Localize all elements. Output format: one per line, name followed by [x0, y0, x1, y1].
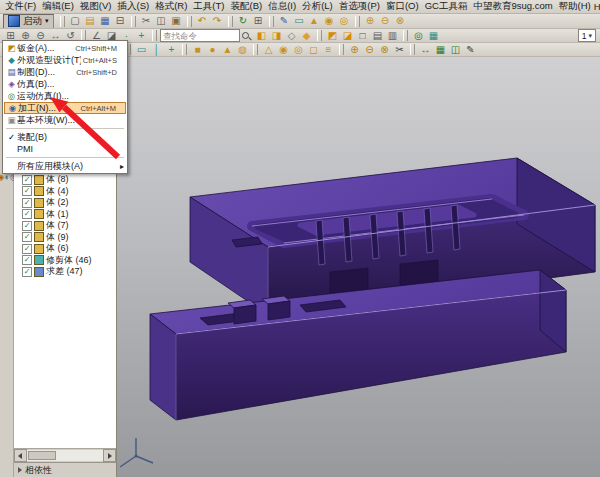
studio-render-icon[interactable]: ◆: [299, 30, 314, 42]
toolbar-icon[interactable]: [317, 30, 322, 41]
search-icon[interactable]: [240, 30, 252, 42]
new-file-icon[interactable]: ▢: [68, 15, 83, 27]
menubar-item[interactable]: 视图(V): [77, 0, 115, 11]
dependencies-bar[interactable]: 相依性: [14, 462, 116, 477]
toolbar-icon[interactable]: [339, 44, 344, 55]
extrude-body-icon[interactable]: △: [261, 44, 276, 56]
menu-all-applications[interactable]: 所有应用模块(A) ▸: [4, 160, 126, 172]
menu-manufacturing[interactable]: ◉ 加工(N)... Ctrl+Alt+M: [4, 102, 126, 114]
menubar-item[interactable]: 格式(R): [152, 0, 190, 11]
wireframe-icon[interactable]: ◇: [284, 30, 299, 42]
top-view-icon[interactable]: ▤: [370, 30, 385, 42]
toolbar-icon[interactable]: [355, 16, 360, 27]
move-object-icon[interactable]: ↔: [418, 44, 433, 56]
toolbar-icon[interactable]: [187, 16, 192, 27]
menu-drafting[interactable]: ▤ 制图(D)... Ctrl+Shift+D: [4, 66, 126, 78]
scroll-track[interactable]: [27, 450, 103, 461]
block-icon[interactable]: ■: [190, 44, 205, 56]
menubar-item[interactable]: 插入(S): [114, 0, 152, 11]
unite-icon[interactable]: ⊕: [363, 15, 378, 27]
boolean-unite-icon[interactable]: ⊕: [347, 44, 362, 56]
checkbox-checked-icon[interactable]: [22, 244, 32, 254]
menubar-item[interactable]: 装配(B): [228, 0, 266, 11]
menu-motion-simulation[interactable]: ◎ 运动仿真(I)...: [4, 90, 126, 102]
start-menu-item[interactable]: [6, 157, 124, 158]
menu-shape-studio[interactable]: ◆ 外观造型设计(T)... Ctrl+Alt+S: [4, 54, 126, 66]
shell-icon[interactable]: ◻: [306, 44, 321, 56]
print-icon[interactable]: ⊟: [113, 15, 128, 27]
sphere-icon[interactable]: ◍: [235, 44, 250, 56]
toolbar-icon[interactable]: [131, 16, 136, 27]
boolean-subtract-icon[interactable]: ⊖: [362, 44, 377, 56]
toolbar-icon[interactable]: [228, 16, 233, 27]
checkbox-checked-icon[interactable]: [22, 267, 32, 277]
scroll-right-button[interactable]: [103, 449, 116, 462]
datum-plane-icon[interactable]: ▭: [134, 44, 149, 56]
sketch-icon[interactable]: ✎: [277, 15, 292, 27]
menubar-item[interactable]: 信息(I): [265, 0, 299, 11]
rib-icon[interactable]: ≡: [321, 44, 336, 56]
menubar-item[interactable]: 首选项(P): [336, 0, 383, 11]
checkbox-checked-icon[interactable]: [22, 255, 32, 265]
menu-simulation[interactable]: ◈ 仿真(B)...: [4, 78, 126, 90]
wcs-icon[interactable]: +: [134, 30, 149, 42]
menubar-item[interactable]: 分析(L): [299, 0, 336, 11]
menubar-item[interactable]: 编辑(E): [39, 0, 77, 11]
menubar-item[interactable]: GC工具箱: [422, 0, 471, 11]
layer-select[interactable]: 1: [578, 29, 596, 42]
shaded-with-edges-icon[interactable]: ◧: [254, 30, 269, 42]
copy-icon[interactable]: ◫: [154, 15, 169, 27]
redo-icon[interactable]: ↷: [210, 15, 225, 27]
menu-sheet-metal[interactable]: ◩ 钣金(A)... Ctrl+Shift+M: [4, 42, 126, 54]
revolve-body-icon[interactable]: ◉: [276, 44, 291, 56]
mirror-feature-icon[interactable]: ◫: [448, 44, 463, 56]
checkbox-checked-icon[interactable]: [22, 232, 32, 242]
menu-pmi[interactable]: PMI: [4, 143, 126, 155]
menubar-item[interactable]: 文件(F): [2, 0, 39, 11]
menubar-item[interactable]: 工具(T): [190, 0, 227, 11]
pattern-feature-icon[interactable]: ▦: [433, 44, 448, 56]
checkbox-checked-icon[interactable]: [22, 198, 32, 208]
work-layer-icon[interactable]: ▦: [426, 30, 441, 42]
datum-icon[interactable]: ▭: [292, 15, 307, 27]
hole-feature-icon[interactable]: ◎: [291, 44, 306, 56]
subtract-icon[interactable]: ⊖: [378, 15, 393, 27]
menu-assemblies[interactable]: ✓ 装配(B): [4, 131, 126, 143]
start-menu-button[interactable]: 启动: [3, 14, 54, 29]
toolbar-icon[interactable]: [410, 44, 415, 55]
save-icon[interactable]: ▦: [98, 15, 113, 27]
checkbox-checked-icon[interactable]: [22, 175, 32, 185]
menubar-item[interactable]: 帮助(H): [556, 0, 594, 11]
cut-icon[interactable]: ✂: [139, 15, 154, 27]
intersect-icon[interactable]: ⊗: [393, 15, 408, 27]
right-view-icon[interactable]: ▥: [385, 30, 400, 42]
isometric-view-icon[interactable]: ◩: [325, 30, 340, 42]
front-view-icon[interactable]: □: [355, 30, 370, 42]
viewport-3d[interactable]: [117, 57, 600, 477]
cylinder-icon[interactable]: ●: [205, 44, 220, 56]
datum-axis-icon[interactable]: │: [149, 44, 164, 56]
command-finder-input[interactable]: [160, 29, 240, 42]
menubar-item[interactable]: 窗口(O): [383, 0, 422, 11]
toolbar-icon[interactable]: [403, 30, 408, 41]
toolbar-icon[interactable]: [152, 30, 157, 41]
refresh-icon[interactable]: ↻: [236, 15, 251, 27]
datum-csys-icon[interactable]: +: [164, 44, 179, 56]
toolbar-icon[interactable]: [182, 44, 187, 55]
revolve-icon[interactable]: ◉: [322, 15, 337, 27]
scroll-thumb[interactable]: [28, 451, 56, 460]
boolean-intersect-icon[interactable]: ⊗: [377, 44, 392, 56]
hole-icon[interactable]: ◎: [337, 15, 352, 27]
open-file-icon[interactable]: ▤: [83, 15, 98, 27]
menu-gateway[interactable]: ▣ 基本环境(W)...: [4, 114, 126, 126]
shaded-icon[interactable]: ◨: [269, 30, 284, 42]
scroll-left-button[interactable]: [14, 449, 27, 462]
edit-feature-icon[interactable]: ✎: [463, 44, 478, 56]
tree-horizontal-scrollbar[interactable]: [14, 448, 116, 462]
checkbox-checked-icon[interactable]: [22, 221, 32, 231]
window-icon[interactable]: ⊞: [251, 15, 266, 27]
extrude-icon[interactable]: ▲: [307, 15, 322, 27]
tree-row[interactable]: 求差 (47): [14, 266, 116, 278]
toolbar-icon[interactable]: [269, 16, 274, 27]
paste-icon[interactable]: ▣: [169, 15, 184, 27]
